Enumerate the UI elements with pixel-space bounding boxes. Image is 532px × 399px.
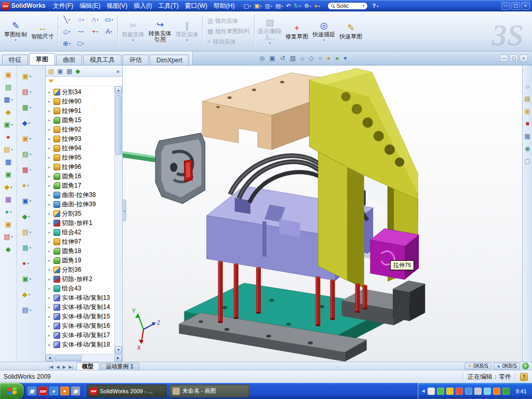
commandmanager-tab[interactable]: DimXpert	[150, 55, 189, 65]
feature-tree-item[interactable]: ▸ 圆角18	[46, 246, 114, 256]
sketch-tool-icon[interactable]: ● ▾	[22, 255, 29, 271]
maximize-button[interactable]: ▢	[511, 2, 520, 10]
doc-minimize-button[interactable]: —	[500, 55, 508, 62]
text-tool-icon[interactable]: A ▾	[102, 25, 116, 37]
taskpane-appearances-icon[interactable]: ◉	[525, 145, 530, 152]
rectangle-tool-icon[interactable]: ▭ ▾	[102, 14, 116, 25]
commandmanager-tab[interactable]: 特征	[2, 55, 28, 65]
feature-tree-item[interactable]: ▸ 拉伸91	[46, 106, 114, 115]
feature-tool-icon[interactable]: ▦	[5, 193, 11, 205]
tray-icon[interactable]	[474, 388, 482, 395]
tab-scroll-button[interactable]: |◀	[48, 365, 54, 369]
sketch-tool-icon[interactable]: ▣ ▾	[22, 68, 31, 84]
tab-scroll-button[interactable]: ◀	[55, 365, 60, 369]
configurationmanager-icon[interactable]: ▦	[66, 68, 72, 74]
show-desktop-icon[interactable]: ▤	[28, 387, 36, 395]
expand-arrow-icon[interactable]: ▸	[48, 174, 52, 179]
document-tab[interactable]: 模型	[76, 362, 99, 370]
tray-icon[interactable]	[493, 388, 500, 395]
new-file-icon[interactable]: ▢ ▾	[242, 3, 252, 9]
feature-tool-icon[interactable]: ▣	[5, 168, 11, 180]
feature-tree-item[interactable]: ▸ 拉伸92	[46, 125, 114, 134]
feature-tool-icon[interactable]: ▤ ▾	[4, 230, 12, 243]
propertymanager-icon[interactable]: ▣	[57, 68, 63, 74]
solidworks-launcher-icon[interactable]: sw	[38, 387, 47, 395]
menu-item[interactable]: 文件(F)	[50, 1, 76, 11]
feature-tool-icon[interactable]: ◆	[6, 105, 11, 118]
expand-arrow-icon[interactable]: ▸	[48, 221, 52, 225]
scrollbar-thumb[interactable]	[55, 355, 82, 361]
options-icon[interactable]: ⚙ ▾	[302, 3, 313, 9]
doc-restore-button[interactable]: ▢	[510, 55, 518, 62]
help-icon[interactable]: ?▾	[372, 3, 378, 9]
sketch-tool-icon[interactable]: ▤ ▾	[22, 224, 31, 240]
spline-tool-icon[interactable]: ~ ▾	[74, 25, 88, 37]
tray-icon[interactable]	[428, 388, 435, 395]
feature-tree-item[interactable]: ▸ 曲面-拉伸39	[46, 200, 114, 209]
feature-tree-item[interactable]: ▸ 分割35	[46, 209, 114, 218]
ellipse-tool-icon[interactable]: ⊕ ▾	[60, 37, 74, 49]
tray-icon[interactable]	[437, 388, 444, 395]
feature-tool-icon[interactable]: ▣	[5, 68, 11, 81]
expand-arrow-icon[interactable]: ▸	[48, 268, 52, 272]
appearance-icon[interactable]: ● ▾	[313, 3, 322, 9]
feature-tree-item[interactable]: ▸ 圆角16	[46, 171, 114, 181]
command-button[interactable]: ↔ 智能尺寸	[29, 12, 56, 50]
sketch-tool-icon[interactable]: ▤ ▾	[22, 84, 31, 99]
scroll-left-icon[interactable]: ◀	[46, 355, 54, 362]
feature-tree-item[interactable]: ▸ 组合42	[46, 228, 114, 237]
taskbar-window-button[interactable]: 未命名 - 画图	[169, 384, 249, 397]
sketch-tool-icon[interactable]: ● ▾	[22, 177, 29, 193]
menu-item[interactable]: 帮助(H)	[210, 1, 238, 11]
feature-tool-icon[interactable]: ▣ ▾	[4, 118, 12, 130]
feature-tree-item[interactable]: ▸ 实体-移动/复制18	[46, 340, 114, 349]
expand-arrow-icon[interactable]: ▸	[48, 109, 52, 113]
expand-arrow-icon[interactable]: ▸	[48, 165, 52, 169]
command-button[interactable]: ✎ 快速草图	[337, 12, 364, 50]
taskpane-resources-icon[interactable]: ⌂	[525, 83, 529, 89]
feature-tool-icon[interactable]: ◆ ▾	[4, 180, 12, 193]
feature-tree-item[interactable]: ▸ 圆角19	[46, 256, 114, 265]
feature-tool-icon[interactable]: ▦	[5, 155, 11, 168]
feature-tree-item[interactable]: ▸ 圆角15	[46, 115, 114, 125]
circle-tool-icon[interactable]: ○ ▾	[74, 14, 88, 25]
view-settings-arrow-icon[interactable]: ▾	[343, 55, 347, 61]
net-status-icon[interactable]: ?	[522, 363, 529, 369]
sketch-tool-icon[interactable]: ◆ ▾	[22, 208, 30, 224]
feature-tool-icon[interactable]: ●	[6, 130, 10, 143]
tab-scroll-button[interactable]: ▶|	[68, 365, 74, 369]
graphics-viewport[interactable]: Y Z X ◂ 拉伸75	[123, 65, 522, 362]
tab-scroll-button[interactable]: ▶	[61, 365, 66, 369]
clamp-block[interactable]	[155, 133, 205, 204]
document-tab[interactable]: 运动算例 1	[100, 363, 139, 370]
command-button[interactable]: ↪ 转换实体引用	[147, 12, 174, 50]
paint-launcher-icon[interactable]: ▣	[71, 387, 80, 395]
expand-arrow-icon[interactable]: ▸	[48, 333, 52, 338]
doc-close-button[interactable]: ×	[520, 55, 528, 62]
tree-horizontal-scrollbar[interactable]: ◀ ▶	[46, 354, 122, 362]
print-icon[interactable]: ▤ ▾	[274, 3, 284, 9]
commandmanager-tab[interactable]: 曲面	[56, 55, 82, 65]
expand-arrow-icon[interactable]: ▸	[48, 258, 52, 263]
sketch-tool-icon[interactable]: ▤ ▾	[22, 302, 31, 317]
expand-arrow-icon[interactable]: ▸	[48, 90, 52, 95]
start-button[interactable]	[0, 383, 24, 399]
view-orientation-icon[interactable]: ⌂	[300, 55, 304, 61]
filter-icon[interactable]	[48, 79, 54, 83]
dimxpertmanager-icon[interactable]: ◆	[75, 68, 80, 74]
command-button[interactable]: ✂ 剪裁实体 ▾	[119, 12, 147, 50]
command-button[interactable]: ◎ 快速捕捉 ▾	[310, 12, 337, 50]
expand-arrow-icon[interactable]: ▸	[48, 314, 52, 319]
expand-arrow-icon[interactable]: ▸	[48, 296, 52, 300]
tray-icon[interactable]	[484, 388, 491, 395]
section-view-icon[interactable]: ▧	[290, 55, 296, 61]
command-button[interactable]: + 修复草图	[283, 12, 310, 50]
expand-arrow-icon[interactable]: ▸	[48, 305, 52, 310]
expand-arrow-icon[interactable]: ▸	[48, 193, 52, 197]
search-options-arrow-icon[interactable]: ▾	[363, 4, 365, 8]
command-button[interactable]: ✎ 草图绘制 ▾	[2, 12, 29, 50]
feature-tree-item[interactable]: ▸ 实体-移动/复制17	[46, 330, 114, 340]
taskpane-design-library-icon[interactable]: ▤	[524, 96, 530, 102]
model-3d-view[interactable]: Y Z X	[123, 65, 522, 362]
scroll-up-icon[interactable]: ▲	[115, 86, 122, 94]
